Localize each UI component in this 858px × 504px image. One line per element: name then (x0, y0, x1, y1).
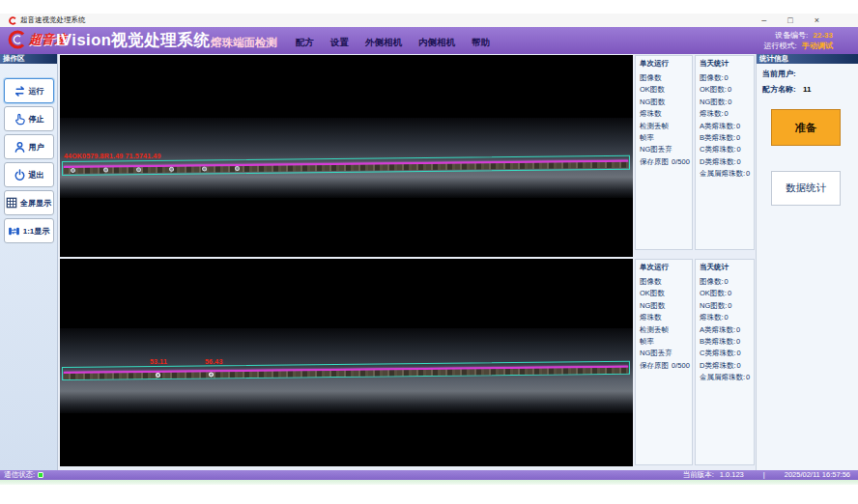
stat-row: 金属屑熔珠数:0 (700, 168, 754, 180)
stat-row: 帧率 (640, 132, 692, 144)
window-controls: – □ × (761, 14, 819, 27)
sync-arrows-icon (14, 85, 26, 98)
stat-row: 图像数 (640, 72, 692, 84)
run-mode-label: 运行模式: (764, 42, 797, 50)
app-title: IVision视觉处理系统 (56, 30, 210, 51)
stat-row: 熔珠数 (640, 108, 692, 120)
menu-settings[interactable]: 设置 (330, 37, 349, 49)
menu-outer-camera[interactable]: 外侧相机 (365, 37, 402, 49)
stat-row: 熔珠数:0 (700, 312, 754, 323)
stat-row: 帧率 (640, 336, 692, 348)
stat-rows: 图像数:0 OK图数:0 NG图数:0 熔珠数:0 A类熔珠数:0 B类熔珠数:… (696, 69, 754, 181)
status-bar: 通信状态: 当前版本: 1.0.123 | 2025/02/11 16:57:5… (0, 470, 858, 480)
menu-help[interactable]: 帮助 (472, 37, 490, 49)
stat-rows: 图像数:0 OK图数:0 NG图数:0 熔珠数:0 A类熔珠数:0 B类熔珠数:… (696, 272, 754, 384)
daily-stats-panel-top: 当天统计 图像数:0 OK图数:0 NG图数:0 熔珠数:0 A类熔珠数:0 B… (695, 55, 755, 250)
app-logo-icon (8, 16, 16, 25)
recipe-name-row: 配方名称: 11 (757, 84, 858, 95)
stat-row: NG图丢弃 (640, 348, 692, 359)
main-area: 操作区 运行 停止 (0, 54, 858, 470)
stat-row: 图像数 (640, 276, 692, 288)
stat-row: 金属屑熔珠数:0 (700, 372, 754, 383)
device-number-row: 设备编号: 22-33 (764, 30, 833, 41)
sidebar-buttons: 运行 停止 用户 (0, 64, 57, 243)
version-value: 1.0.123 (720, 470, 744, 480)
stat-row: OK图数:0 (700, 288, 754, 299)
stat-row: 熔珠数:0 (700, 108, 754, 120)
restore-button[interactable]: □ (787, 14, 792, 27)
panel-title: 当天统计 (696, 56, 754, 69)
stop-button[interactable]: 停止 (4, 106, 54, 131)
separator: | (763, 470, 765, 480)
recipe-name-label: 配方名称: (762, 85, 796, 94)
exit-button-label: 退出 (29, 170, 44, 181)
one-to-one-button[interactable]: 1:1显示 (4, 218, 54, 243)
bead-feature-ring (202, 166, 207, 171)
run-mode-row: 运行模式: 手动调试 (764, 41, 833, 51)
stat-row: NG图数 (640, 300, 692, 312)
measurement-label: 53.11 (150, 358, 167, 365)
single-run-panel-top: 单次运行 图像数 OK图数 NG图数 熔珠数 检测丢帧 帧率 NG图丢弃 保存原… (635, 55, 693, 250)
version-label: 当前版本: (683, 470, 714, 480)
measurement-label: 56.43 (205, 358, 223, 365)
stat-row: D类熔珠数:0 (700, 360, 754, 372)
user-icon (14, 141, 26, 154)
window-title: 超音速视觉处理系统 (20, 15, 86, 25)
stat-row: 图像数:0 (700, 72, 754, 84)
menu-recipe[interactable]: 配方 (296, 37, 314, 49)
stat-rows: 图像数 OK图数 NG图数 熔珠数 检测丢帧 帧率 NG图丢弃 保存原图 0/5… (636, 69, 692, 168)
recipe-name-value: 11 (803, 85, 811, 94)
fullscreen-button-label: 全屏显示 (20, 198, 51, 209)
current-user-row: 当前用户: (757, 69, 858, 79)
hand-stop-icon (14, 113, 26, 126)
bead-feature-ring (209, 372, 214, 377)
stat-row: 检测丢帧 (640, 324, 692, 336)
panel-title: 单次运行 (636, 260, 692, 272)
minimize-button[interactable]: – (761, 14, 766, 27)
stat-row: 图像数:0 (700, 276, 754, 288)
stat-row: OK图数 (640, 84, 692, 96)
info-panel-title: 统计信息 (757, 54, 858, 64)
stat-row: C类熔珠数:0 (700, 348, 754, 359)
titlebar: 超音速视觉处理系统 – □ × (0, 14, 858, 27)
menu-inner-camera[interactable]: 内侧相机 (418, 37, 455, 49)
daily-stats-panel-bottom: 当天统计 图像数:0 OK图数:0 NG图数:0 熔珠数:0 A类熔珠数:0 B… (695, 259, 755, 465)
device-number-label: 设备编号: (775, 31, 808, 40)
device-info: 设备编号: 22-33 运行模式: 手动调试 (764, 30, 833, 51)
one-to-one-icon (8, 225, 20, 238)
stat-row: OK图数:0 (700, 84, 754, 96)
bead-feature-ring (136, 167, 141, 172)
stat-row: NG图数:0 (700, 97, 754, 108)
app-window: 超音速视觉处理系统 – □ × 超音速 IVision视觉处理系统 熔珠端面检测… (0, 0, 858, 504)
fullscreen-button[interactable]: 全屏显示 (4, 190, 54, 215)
stat-row: NG图数:0 (700, 300, 754, 312)
operation-sidebar: 操作区 运行 停止 (0, 54, 58, 470)
stat-rows: 图像数 OK图数 NG图数 熔珠数 检测丢帧 帧率 NG图丢弃 保存原图 0/5… (636, 272, 692, 372)
statistics-info-panel: 统计信息 当前用户: 配方名称: 11 准备 数据统计 (756, 54, 858, 470)
bead-feature-ring (103, 167, 108, 172)
panel-title: 当天统计 (696, 260, 754, 272)
stat-row: 检测丢帧 (640, 121, 692, 132)
datetime-value: 2025/02/11 16:57:56 (785, 470, 850, 480)
window-bottom-edge (0, 480, 858, 485)
stat-row: B类熔珠数:0 (700, 336, 754, 348)
camera-view-outer[interactable]: 44OK0579.8R1.49 71.5741.49 (60, 55, 633, 257)
user-button[interactable]: 用户 (4, 134, 54, 159)
run-button[interactable]: 运行 (4, 78, 54, 103)
stat-row: NG图数 (640, 97, 692, 108)
prepare-button[interactable]: 准备 (771, 109, 841, 146)
app-subtitle: 熔珠端面检测 (211, 36, 277, 50)
bead-feature-ring (169, 167, 174, 172)
panel-title: 单次运行 (636, 56, 692, 69)
fullscreen-grid-icon (6, 197, 17, 209)
data-statistics-button[interactable]: 数据统计 (771, 171, 841, 206)
brand-swirl-icon (6, 29, 27, 50)
run-mode-value: 手动调试 (802, 42, 833, 50)
stop-button-label: 停止 (29, 114, 44, 125)
exit-button[interactable]: 退出 (4, 162, 54, 187)
bead-feature-ring (235, 166, 240, 171)
main-menu: 配方 设置 外侧相机 内侧相机 帮助 (296, 37, 490, 49)
camera-view-inner[interactable]: 53.11 56.43 (60, 259, 633, 466)
comm-status-label: 通信状态: (4, 470, 35, 480)
close-button[interactable]: × (815, 14, 819, 27)
